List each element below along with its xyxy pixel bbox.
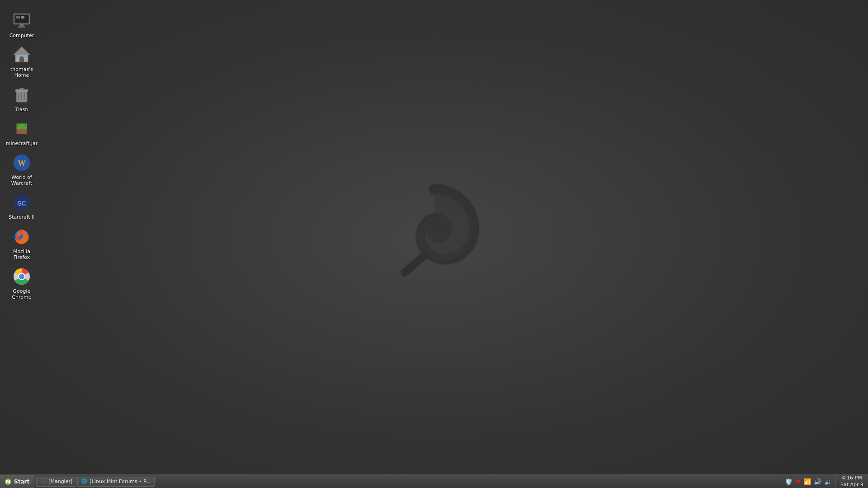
start-label: Start bbox=[14, 479, 29, 485]
minecraft-icon-label: minecraft.jar bbox=[6, 141, 38, 146]
svg-rect-4 bbox=[21, 16, 24, 19]
svg-line-17 bbox=[24, 93, 25, 100]
firefox-icon-label: Mozilla Firefox bbox=[5, 249, 38, 260]
mangler-label: [Mangler] bbox=[48, 479, 72, 484]
wow-icon-label: World of Warcraft bbox=[5, 174, 38, 186]
taskbar-items: 🎧 [Mangler] 🌐 [Linux Mint Forums • P... bbox=[34, 475, 781, 488]
taskbar-item-mangler[interactable]: 🎧 [Mangler] bbox=[36, 477, 76, 487]
desktop-icon-wow[interactable]: W World of Warcraft bbox=[4, 150, 40, 188]
firefox-icon bbox=[11, 226, 33, 248]
desktop-icon-trash[interactable]: Trash bbox=[4, 82, 40, 114]
tray-icon-1[interactable]: 🛡️ bbox=[785, 478, 793, 485]
home-icon bbox=[11, 44, 33, 66]
desktop-icon-computer[interactable]: Computer bbox=[4, 8, 40, 40]
svg-marker-11 bbox=[14, 47, 30, 55]
trash-icon bbox=[11, 84, 33, 106]
linuxmint-label: [Linux Mint Forums • P... bbox=[90, 479, 150, 484]
clock-time: 4:16 PM bbox=[842, 475, 862, 481]
wow-icon: W bbox=[11, 152, 33, 174]
svg-rect-20 bbox=[17, 124, 19, 126]
clock-date: Sat Apr 9 bbox=[840, 482, 863, 488]
svg-rect-3 bbox=[16, 16, 20, 19]
desktop-icon-home[interactable]: thomas's Home bbox=[4, 42, 40, 80]
svg-rect-6 bbox=[18, 26, 25, 28]
taskbar: M Start 🎧 [Mangler] 🌐 [Linux Mint Forums… bbox=[0, 474, 868, 488]
svg-point-33 bbox=[17, 232, 21, 236]
svg-text:SC: SC bbox=[17, 200, 26, 207]
computer-icon-label: Computer bbox=[9, 33, 34, 38]
svg-rect-9 bbox=[16, 55, 20, 58]
chrome-icon bbox=[11, 266, 33, 287]
debian-swirl-logo bbox=[382, 180, 486, 284]
desktop-icons-container: Computer thomas's Home bbox=[0, 5, 43, 305]
svg-rect-19 bbox=[16, 129, 27, 134]
start-button[interactable]: M Start bbox=[0, 475, 34, 488]
svg-rect-14 bbox=[19, 88, 24, 90]
desktop-icon-minecraft[interactable]: minecraft.jar bbox=[4, 116, 40, 148]
home-icon-label: thomas's Home bbox=[5, 66, 38, 78]
desktop: Computer thomas's Home bbox=[0, 0, 868, 474]
mangler-icon: 🎧 bbox=[40, 479, 47, 485]
svg-rect-8 bbox=[19, 56, 24, 62]
svg-rect-21 bbox=[21, 123, 23, 125]
minecraft-icon bbox=[11, 118, 33, 140]
taskbar-item-linuxmint[interactable]: 🌐 [Linux Mint Forums • P... bbox=[77, 477, 154, 487]
desktop-icon-starcraft2[interactable]: SC Starcraft II bbox=[4, 190, 40, 222]
starcraft2-icon-label: Starcraft II bbox=[9, 214, 35, 220]
trash-icon-label: Trash bbox=[15, 107, 28, 113]
desktop-icon-firefox[interactable]: Mozilla Firefox bbox=[4, 224, 40, 262]
taskbar-clock[interactable]: 4:16 PM Sat Apr 9 bbox=[835, 475, 868, 488]
svg-text:W: W bbox=[18, 159, 26, 168]
tray-icon-2[interactable]: M bbox=[795, 479, 801, 485]
desktop-icon-chrome[interactable]: Google Chrome bbox=[4, 264, 40, 302]
chrome-icon-label: Google Chrome bbox=[5, 288, 38, 300]
tray-icon-3[interactable]: 🔊 bbox=[814, 478, 821, 485]
svg-point-36 bbox=[19, 274, 24, 279]
linuxmint-icon: 🌐 bbox=[81, 479, 88, 485]
computer-icon bbox=[11, 10, 33, 32]
svg-line-15 bbox=[19, 93, 19, 100]
svg-rect-22 bbox=[24, 125, 26, 127]
svg-text:M: M bbox=[6, 479, 10, 484]
svg-rect-10 bbox=[24, 55, 27, 58]
starcraft2-icon: SC bbox=[11, 192, 33, 213]
system-tray: 🛡️ M 📶 🔊 🔉 bbox=[781, 475, 835, 488]
start-icon: M bbox=[5, 478, 12, 485]
tray-network-icon[interactable]: 📶 bbox=[803, 478, 811, 485]
svg-rect-5 bbox=[20, 24, 24, 26]
tray-volume-icon[interactable]: 🔉 bbox=[824, 478, 832, 485]
